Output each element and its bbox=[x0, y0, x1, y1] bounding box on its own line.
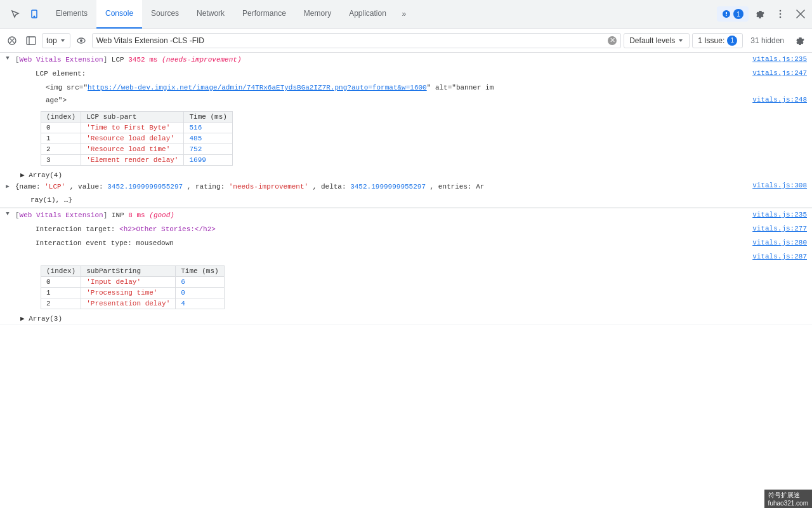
col-lcp-subpart: LCP sub-part bbox=[81, 112, 184, 123]
lcp-element-toggle bbox=[20, 68, 36, 69]
inp-header-content: [Web Vitals Extension] INP 8 ms (good) bbox=[15, 210, 752, 221]
context-selector[interactable]: top bbox=[42, 33, 70, 48]
inp-source-row4: vitals.js:287 bbox=[0, 250, 812, 262]
inp-toggle[interactable]: ▼ bbox=[0, 210, 15, 217]
lcp-element-content: LCP element: bbox=[36, 68, 752, 79]
svg-point-8 bbox=[80, 39, 82, 42]
more-tabs-button[interactable]: » bbox=[395, 5, 413, 23]
devtools-icons bbox=[3, 5, 47, 23]
lcp-log-entry: ▼ [Web Vitals Extension] LCP 3452 ms (ne… bbox=[0, 53, 812, 208]
img-url-link[interactable]: https://web-dev.imgix.net/image/admin/74… bbox=[88, 84, 427, 91]
inp-source-3[interactable]: vitals.js:280 bbox=[752, 237, 812, 246]
tab-memory[interactable]: Memory bbox=[295, 0, 340, 29]
settings-button[interactable] bbox=[751, 5, 769, 23]
lcp-table-wrap: (index) LCP sub-part Time (ms) 0 'Time t… bbox=[0, 107, 812, 170]
cursor-icon[interactable] bbox=[6, 5, 24, 23]
obj-content: {name: 'LCP' , value: 3452.1999999955297… bbox=[15, 182, 752, 192]
svg-rect-6 bbox=[27, 37, 36, 44]
svg-point-4 bbox=[780, 17, 782, 18]
table-row: 3 'Element render delay' 1699 bbox=[41, 155, 233, 166]
tab-right-actions: 1 bbox=[717, 5, 809, 23]
interaction-event-row: Interaction event type: mousedown vitals… bbox=[0, 236, 812, 250]
table-row: 2 'Resource load time' 752 bbox=[41, 144, 233, 155]
table-row: 1 'Resource load delay' 485 bbox=[41, 133, 233, 144]
watermark: 符号扩展迷 fuhao321.com bbox=[764, 490, 812, 508]
mobile-icon[interactable] bbox=[25, 5, 43, 23]
array3-expand[interactable]: ▶ Array(3) bbox=[0, 313, 812, 324]
clear-filter-button[interactable]: ✕ bbox=[608, 36, 617, 45]
lcp-source-3[interactable]: vitals.js:248 bbox=[752, 95, 812, 104]
filter-input[interactable] bbox=[96, 36, 606, 45]
inp-table: (index) subPartString Time (ms) 0 'Input… bbox=[41, 265, 225, 309]
eye-icon[interactable] bbox=[73, 32, 89, 49]
lcp-source-2[interactable]: vitals.js:247 bbox=[752, 68, 812, 77]
clear-console-button[interactable] bbox=[4, 32, 20, 49]
interaction-target-row: Interaction target: <h2>Other Stories:</… bbox=[0, 222, 812, 236]
tab-network[interactable]: Network bbox=[188, 0, 233, 29]
table-row: 0 'Time to First Byte' 516 bbox=[41, 123, 233, 133]
svg-point-2 bbox=[780, 10, 782, 12]
chevron-down-icon bbox=[60, 37, 66, 44]
col-index: (index) bbox=[41, 112, 81, 123]
svg-point-3 bbox=[780, 13, 782, 15]
tab-console[interactable]: Console bbox=[96, 0, 142, 29]
lcp-source-1[interactable]: vitals.js:235 bbox=[752, 54, 812, 63]
tab-performance[interactable]: Performance bbox=[233, 0, 295, 29]
lcp-header-content: [Web Vitals Extension] LCP 3452 ms (need… bbox=[15, 54, 752, 65]
lcp-img-row: <img src="https://web-dev.imgix.net/imag… bbox=[0, 81, 812, 95]
close-devtools-button[interactable] bbox=[792, 5, 809, 23]
col-index-inp: (index) bbox=[41, 266, 81, 277]
tab-bar: Elements Console Sources Network Perform… bbox=[0, 0, 812, 29]
svg-point-1 bbox=[34, 16, 35, 17]
table-row: 2 'Presentation delay' 4 bbox=[41, 298, 225, 309]
obj-row-2: ray(1), …} bbox=[0, 193, 812, 207]
show-console-sidebar-button[interactable] bbox=[23, 32, 39, 49]
console-output: ▼ [Web Vitals Extension] LCP 3452 ms (ne… bbox=[0, 53, 812, 508]
col-subpart-string: subPartString bbox=[81, 266, 176, 277]
log-levels-select[interactable]: Default levels bbox=[624, 33, 690, 48]
inp-table-wrap: (index) subPartString Time (ms) 0 'Input… bbox=[0, 262, 812, 313]
inp-header-row[interactable]: ▼ [Web Vitals Extension] INP 8 ms (good)… bbox=[0, 208, 812, 222]
inp-log-entry: ▼ [Web Vitals Extension] INP 8 ms (good)… bbox=[0, 208, 812, 324]
tab-sources[interactable]: Sources bbox=[142, 0, 188, 29]
obj-row[interactable]: ▶ {name: 'LCP' , value: 3452.19999999552… bbox=[0, 180, 812, 193]
filter-input-wrap: ✕ bbox=[92, 33, 622, 48]
interaction-target-content: Interaction target: <h2>Other Stories:</… bbox=[36, 224, 752, 235]
issues-count-badge: 1 bbox=[733, 9, 743, 19]
lcp-header-row[interactable]: ▼ [Web Vitals Extension] LCP 3452 ms (ne… bbox=[0, 53, 812, 67]
interaction-event-content: Interaction event type: mousedown bbox=[36, 237, 752, 249]
more-options-button[interactable] bbox=[771, 5, 789, 23]
obj-row2-content: ray(1), …} bbox=[30, 194, 812, 206]
table-row: 1 'Processing time' 0 bbox=[41, 288, 225, 298]
issue-count-badge: 1 bbox=[727, 36, 737, 46]
inp-empty bbox=[15, 251, 752, 253]
issues-button[interactable]: 1 Issue: 1 bbox=[692, 33, 743, 48]
obj-toggle[interactable]: ▶ bbox=[0, 182, 15, 192]
inp-source-4[interactable]: vitals.js:287 bbox=[752, 251, 812, 260]
issues-badge-button[interactable]: 1 bbox=[717, 6, 749, 22]
array4-expand[interactable]: ▶ Array(4) bbox=[0, 170, 812, 180]
chevron-down-icon bbox=[678, 37, 684, 44]
console-toolbar: top ✕ Default levels 1 Issue: 1 31 hidde… bbox=[0, 29, 812, 53]
lcp-img-content: <img src="https://web-dev.imgix.net/imag… bbox=[46, 82, 812, 93]
lcp-element-row: LCP element: vitals.js:247 bbox=[0, 67, 812, 81]
lcp-toggle[interactable]: ▼ bbox=[0, 54, 15, 62]
inp-source-2[interactable]: vitals.js:277 bbox=[752, 224, 812, 232]
lcp-img-row2: age"> vitals.js:248 bbox=[0, 93, 812, 107]
tab-application[interactable]: Application bbox=[340, 0, 395, 29]
lcp-table: (index) LCP sub-part Time (ms) 0 'Time t… bbox=[41, 111, 233, 166]
table-row: 0 'Input delay' 6 bbox=[41, 277, 225, 288]
tab-elements[interactable]: Elements bbox=[47, 0, 96, 29]
hidden-count: 31 hidden bbox=[745, 36, 789, 45]
col-time-ms: Time (ms) bbox=[184, 112, 232, 123]
obj-source[interactable]: vitals.js:308 bbox=[752, 182, 812, 192]
lcp-img-alt-content: age"> bbox=[46, 95, 752, 106]
col-time-ms-inp: Time (ms) bbox=[176, 266, 224, 277]
console-settings-button[interactable] bbox=[792, 32, 808, 49]
inp-source-1[interactable]: vitals.js:235 bbox=[752, 210, 812, 218]
